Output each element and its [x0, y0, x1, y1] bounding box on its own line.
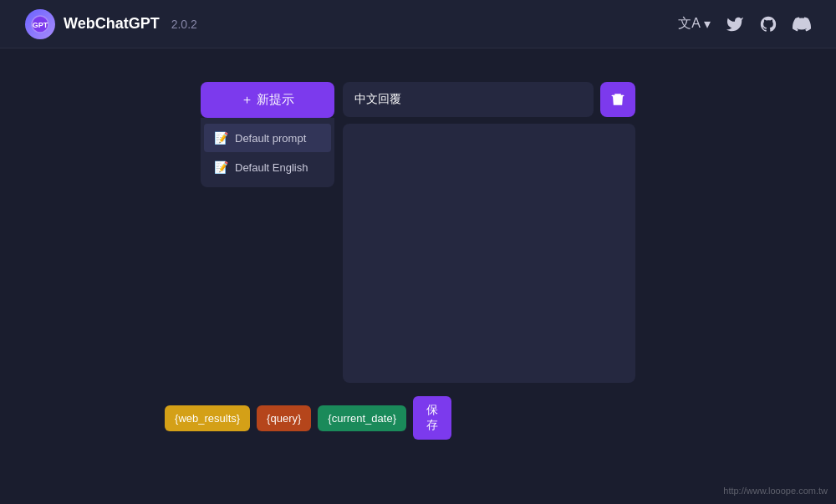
watermark: http://www.looope.com.tw: [723, 486, 828, 496]
sidebar: ＋ 新提示 📝 Default prompt 📝 Default English: [201, 82, 334, 187]
save-button[interactable]: 保存: [413, 396, 451, 440]
prompt-name-input[interactable]: [343, 82, 594, 117]
prompt-emoji-1: 📝: [214, 131, 228, 145]
name-row: [343, 82, 635, 117]
svg-text:GPT: GPT: [33, 21, 48, 29]
discord-icon[interactable]: [793, 15, 811, 33]
app-version: 2.0.2: [171, 18, 197, 31]
prompt-emoji-2: 📝: [214, 160, 228, 174]
app-title: WebChatGPT: [64, 15, 160, 33]
language-selector[interactable]: 文A ▾: [678, 15, 711, 33]
delete-button[interactable]: [600, 82, 635, 117]
action-buttons: {web_results} {query} {current_date} 保存: [209, 396, 451, 440]
prompt-label-2: Default English: [235, 161, 308, 174]
prompt-item-default[interactable]: 📝 Default prompt: [204, 124, 331, 152]
header-right: 文A ▾: [678, 15, 811, 33]
prompt-list: 📝 Default prompt 📝 Default English: [201, 118, 334, 187]
prompt-item-english[interactable]: 📝 Default English: [204, 153, 331, 181]
chevron-down-icon: ▾: [704, 16, 711, 32]
prompt-label-1: Default prompt: [235, 132, 306, 145]
logo-icon: GPT: [25, 9, 55, 39]
content-layout: ＋ 新提示 📝 Default prompt 📝 Default English: [201, 82, 635, 440]
textarea-container: [343, 124, 635, 386]
main-content: ＋ 新提示 📝 Default prompt 📝 Default English: [0, 48, 836, 504]
web-results-button[interactable]: {web_results}: [165, 405, 250, 431]
current-date-button[interactable]: {current_date}: [318, 405, 406, 431]
top-row: ＋ 新提示 📝 Default prompt 📝 Default English: [201, 82, 635, 386]
new-prompt-button[interactable]: ＋ 新提示: [201, 82, 334, 118]
query-button[interactable]: {query}: [257, 405, 311, 431]
github-icon[interactable]: [759, 15, 777, 33]
header: GPT WebChatGPT 2.0.2 文A ▾: [0, 0, 836, 48]
right-panel: [334, 82, 635, 386]
header-left: GPT WebChatGPT 2.0.2: [25, 9, 197, 39]
lang-label: 文A: [678, 15, 701, 33]
trash-icon: [610, 92, 625, 107]
prompt-textarea[interactable]: [343, 124, 635, 383]
twitter-icon[interactable]: [726, 15, 744, 33]
